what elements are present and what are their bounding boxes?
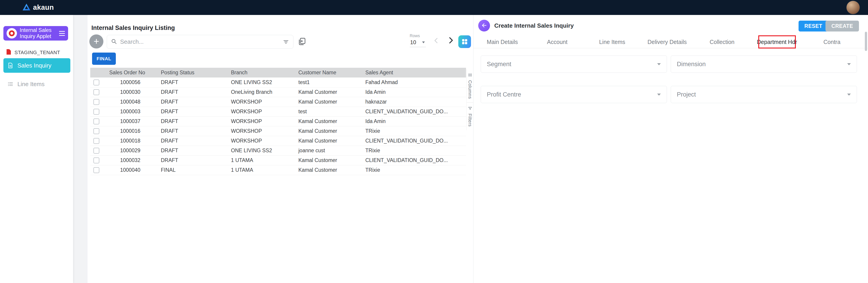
previous-page-button[interactable] (432, 37, 440, 45)
chevron-down-icon (422, 41, 425, 43)
row-checkbox[interactable] (93, 148, 99, 153)
row-checkbox-cell (90, 116, 106, 126)
search-box (107, 35, 293, 49)
logo-text: akaun (33, 3, 54, 11)
topbar: akaun (0, 0, 868, 15)
row-checkbox[interactable] (93, 89, 99, 95)
field-dimension[interactable]: Dimension (671, 56, 857, 73)
row-checkbox[interactable] (93, 138, 99, 144)
create-panel: Create Internal Sales Inquiry RESET CREA… (473, 15, 868, 283)
cell-sales-order-no: 1000016 (106, 126, 158, 136)
cell-posting-status: DRAFT (158, 136, 228, 146)
back-button[interactable] (478, 20, 490, 31)
column-header-customer-name[interactable]: Customer Name (295, 68, 362, 78)
cell-sales-agent: TRixie (362, 126, 466, 136)
inquiry-table: Sales Order NoPosting StatusBranchCustom… (90, 68, 466, 175)
create-button[interactable]: CREATE (826, 21, 859, 31)
scrollbar-thumb[interactable] (865, 32, 867, 51)
table-row[interactable]: 1000016DRAFTWORKSHOPKamal CustomerTRixie (90, 126, 466, 136)
cell-branch: WORKSHOP (228, 97, 295, 107)
table-header-row: Sales Order NoPosting StatusBranchCustom… (90, 68, 466, 78)
column-header-sales-order-no[interactable]: Sales Order No (106, 68, 158, 78)
tab-collection[interactable]: Collection (694, 35, 749, 48)
row-checkbox[interactable] (93, 128, 99, 134)
row-checkbox[interactable] (93, 118, 99, 124)
apps-grid-button[interactable] (458, 35, 471, 48)
columns-icon (468, 73, 472, 78)
cell-sales-order-no: 1000056 (106, 78, 158, 87)
hamburger-menu-icon[interactable] (59, 31, 65, 36)
cell-sales-order-no: 1000003 (106, 107, 158, 116)
table-row[interactable]: 1000029DRAFTONE LIVING SS2joanne custTRi… (90, 146, 466, 155)
add-record-button[interactable]: + (89, 34, 103, 49)
row-checkbox[interactable] (93, 80, 99, 85)
cell-sales-agent: Ida Amin (362, 87, 466, 97)
cell-sales-agent: CLIENT_VALIDATION_GUID_DO... (362, 155, 466, 165)
cell-posting-status: DRAFT (158, 97, 228, 107)
app-logo[interactable]: akaun (23, 3, 54, 11)
field-label: Dimension (677, 61, 706, 68)
cell-branch: WORKSHOP (228, 116, 295, 126)
columns-side-tab[interactable]: Columns (467, 69, 473, 103)
field-profit-centre[interactable]: Profit Centre (481, 86, 667, 103)
tab-main-details[interactable]: Main Details (475, 35, 530, 48)
cell-branch: WORKSHOP (228, 107, 295, 116)
table-row[interactable]: 1000037DRAFTWORKSHOPKamal CustomerIda Am… (90, 116, 466, 126)
cell-sales-order-no: 1000048 (106, 97, 158, 107)
sidebar-item-line-items[interactable]: Line Items (3, 77, 70, 91)
cell-branch: 1 UTAMA (228, 155, 295, 165)
applet-label: Internal Sales Inquiry Applet (20, 27, 56, 39)
applet-switcher[interactable]: Internal Sales Inquiry Applet (3, 26, 68, 40)
rows-per-page-select[interactable]: 10 (410, 39, 426, 47)
tab-delivery-details[interactable]: Delivery Details (640, 35, 695, 48)
tab-contra[interactable]: Contra (804, 35, 859, 48)
app-shell: Internal Sales Inquiry Applet STAGING_TE… (0, 15, 868, 283)
table-row[interactable]: 1000048DRAFTWORKSHOPKamal Customerhaknaz… (90, 97, 466, 107)
tab-department-hdr[interactable]: Department Hdr (749, 35, 804, 48)
field-segment[interactable]: Segment (481, 56, 667, 73)
cell-posting-status: DRAFT (158, 87, 228, 97)
sidebar-item-sales-inquiry[interactable]: Sales Inquiry (3, 58, 70, 73)
column-header-sales-agent[interactable]: Sales Agent (362, 68, 466, 78)
column-header-branch[interactable]: Branch (228, 68, 295, 78)
user-avatar[interactable] (846, 1, 860, 14)
cell-branch: ONE LIVING SS2 (228, 146, 295, 155)
field-project[interactable]: Project (671, 86, 857, 103)
row-checkbox-cell (90, 165, 106, 175)
row-checkbox-cell (90, 87, 106, 97)
table-body: 1000056DRAFTONE LIVING SS2test1Fahad Ahm… (90, 78, 466, 175)
final-status-filter-chip[interactable]: FINAL (92, 53, 116, 65)
filters-side-tab[interactable]: Filters (467, 103, 473, 130)
cell-customer-name: joanne cust (295, 146, 362, 155)
cell-posting-status: DRAFT (158, 146, 228, 155)
tab-account[interactable]: Account (530, 35, 585, 48)
listing-panel: Internal Sales Inquiry Listing + Rows 10 (88, 15, 473, 283)
table-row[interactable]: 1000030DRAFTOneLiving BranchKamal Custom… (90, 87, 466, 97)
next-page-button[interactable] (446, 36, 455, 45)
table-row[interactable]: 1000040FINAL1 UTAMAKamal CustomerTRixie (90, 165, 466, 175)
chevron-down-icon (657, 93, 661, 95)
cell-sales-agent: CLIENT_VALIDATION_GUID_DO... (362, 107, 466, 116)
filter-list-icon[interactable] (283, 39, 289, 45)
table-row[interactable]: 1000032DRAFT1 UTAMAKamal CustomerCLIENT_… (90, 155, 466, 165)
document-icon (7, 62, 13, 68)
table-row[interactable]: 1000018DRAFTWORKSHOPKamal CustomerCLIENT… (90, 136, 466, 146)
create-panel-tabs: Main DetailsAccountLine ItemsDelivery De… (473, 35, 868, 48)
row-checkbox[interactable] (93, 167, 99, 173)
cell-branch: WORKSHOP (228, 126, 295, 136)
cell-customer-name: test (295, 107, 362, 116)
tab-line-items[interactable]: Line Items (585, 35, 640, 48)
cell-posting-status: FINAL (158, 165, 228, 175)
table-row[interactable]: 1000003DRAFTWORKSHOPtestCLIENT_VALIDATIO… (90, 107, 466, 116)
column-header-posting-status[interactable]: Posting Status (158, 68, 228, 78)
table-row[interactable]: 1000056DRAFTONE LIVING SS2test1Fahad Ahm… (90, 78, 466, 87)
tenant-row[interactable]: STAGING_TENANT (6, 49, 60, 56)
multi-page-view-icon[interactable] (298, 37, 306, 46)
row-checkbox[interactable] (93, 99, 99, 105)
reset-button[interactable]: RESET (799, 21, 828, 31)
row-checkbox[interactable] (93, 109, 99, 115)
row-checkbox[interactable] (93, 158, 99, 163)
sidebar-item-label: Line Items (18, 81, 44, 88)
sidebar-nav: Sales InquiryLine Items (3, 58, 70, 91)
search-input[interactable] (120, 38, 280, 45)
